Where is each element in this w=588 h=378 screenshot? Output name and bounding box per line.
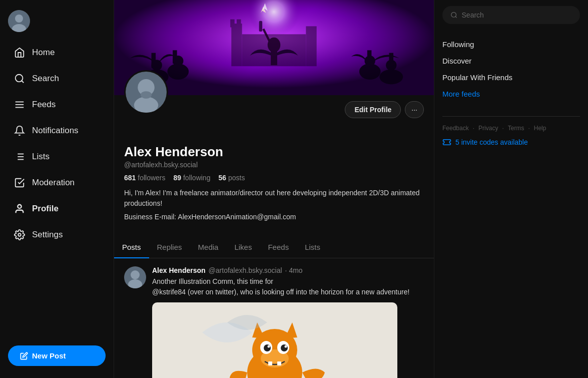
profile-email: Business E-mail: AlexHendersonAnimation@… <box>124 213 424 221</box>
profile-header: Edit Profile ··· Alex Henderson @artofal… <box>114 95 434 229</box>
svg-point-61 <box>285 345 287 348</box>
profile-actions: Edit Profile ··· <box>124 95 424 118</box>
svg-point-3 <box>16 75 23 82</box>
svg-point-14 <box>18 205 21 208</box>
tab-lists[interactable]: Lists <box>297 237 328 258</box>
sidebar-item-settings[interactable]: Settings <box>4 223 110 246</box>
svg-point-59 <box>281 344 288 351</box>
post-avatar <box>124 266 146 288</box>
svg-point-47 <box>131 270 140 279</box>
following-stat[interactable]: 89 following <box>174 174 211 182</box>
svg-rect-22 <box>259 21 262 32</box>
sidebar-item-label: Moderation <box>32 178 75 188</box>
tab-media[interactable]: Media <box>190 237 227 258</box>
ticket-icon <box>442 138 451 147</box>
profile-handle: @artofalexh.bsky.social <box>124 161 424 169</box>
sidebar-item-search[interactable]: Search <box>4 67 110 90</box>
followers-count: 681 <box>124 174 136 182</box>
profile-icon <box>14 203 25 214</box>
settings-icon <box>14 229 25 240</box>
search-box[interactable] <box>442 6 580 24</box>
svg-rect-40 <box>230 20 235 28</box>
sidebar-item-label: Lists <box>32 152 50 162</box>
search-input[interactable] <box>462 11 572 19</box>
sidebar-item-label: Feeds <box>32 100 56 110</box>
svg-rect-55 <box>277 361 281 365</box>
profile-name: Alex Henderson <box>124 144 424 160</box>
sidebar-item-label: Settings <box>32 230 63 240</box>
sidebar: Home Search Feeds <box>0 0 114 378</box>
feed-link-popular-with-friends[interactable]: Popular With Friends <box>442 69 580 86</box>
post-content: Alex Henderson @artofalexh.bsky.social ·… <box>152 266 424 378</box>
feed-link-more-feeds[interactable]: More feeds <box>442 86 580 102</box>
bell-icon <box>14 125 25 136</box>
svg-point-45 <box>141 91 152 99</box>
svg-point-60 <box>268 345 270 348</box>
following-label: following <box>183 174 210 182</box>
feed-link-discover[interactable]: Discover <box>442 53 580 69</box>
svg-line-4 <box>22 81 24 83</box>
footer-link-terms[interactable]: Terms <box>508 125 524 132</box>
moderation-icon <box>14 177 25 188</box>
sidebar-item-label: Home <box>32 48 55 58</box>
svg-rect-27 <box>173 50 177 64</box>
footer-link-feedback[interactable]: Feedback <box>442 125 469 132</box>
profile-avatar-wrapper <box>124 70 168 114</box>
sidebar-item-home[interactable]: Home <box>4 41 110 64</box>
main-content: Edit Profile ··· Alex Henderson @artofal… <box>114 0 434 378</box>
post-author-row: Alex Henderson @artofalexh.bsky.social ·… <box>152 266 424 274</box>
sidebar-item-label: Notifications <box>32 126 79 136</box>
svg-rect-54 <box>268 361 272 365</box>
svg-line-69 <box>455 17 457 18</box>
feed-link-following[interactable]: Following <box>442 36 580 53</box>
tab-posts[interactable]: Posts <box>114 237 149 258</box>
feeds-icon <box>14 99 25 110</box>
divider <box>442 116 580 117</box>
list-icon <box>14 151 25 162</box>
svg-rect-37 <box>231 24 242 66</box>
post-item: Alex Henderson @artofalexh.bsky.social ·… <box>114 258 434 378</box>
more-options-button[interactable]: ··· <box>405 101 424 118</box>
invite-codes-banner[interactable]: 5 invite codes available <box>442 138 580 147</box>
posts-stat: 56 posts <box>218 174 245 182</box>
avatar[interactable] <box>8 10 30 32</box>
profile-bio: Hi, I'm Alex! I'm a freelance animator/d… <box>124 188 424 209</box>
right-panel: Following Discover Popular With Friends … <box>434 0 588 378</box>
search-icon <box>450 11 458 19</box>
posts-label: posts <box>228 174 245 182</box>
sidebar-item-notifications[interactable]: Notifications <box>4 119 110 142</box>
post-author-name[interactable]: Alex Henderson <box>152 266 206 274</box>
following-count: 89 <box>174 174 182 182</box>
new-post-button[interactable]: New Post <box>8 345 106 366</box>
posts-count: 56 <box>218 174 226 182</box>
footer-link-privacy[interactable]: Privacy <box>478 125 498 132</box>
svg-point-68 <box>451 13 456 18</box>
sidebar-item-lists[interactable]: Lists <box>4 145 110 168</box>
posts-feed: Alex Henderson @artofalexh.bsky.social ·… <box>114 258 434 378</box>
followers-stat[interactable]: 681 followers <box>124 174 166 182</box>
sidebar-item-moderation[interactable]: Moderation <box>4 171 110 194</box>
svg-point-15 <box>18 233 21 236</box>
svg-point-1 <box>15 15 23 23</box>
tab-likes[interactable]: Likes <box>226 237 260 258</box>
footer-link-help[interactable]: Help <box>534 125 546 132</box>
svg-rect-39 <box>242 34 306 66</box>
compose-icon <box>20 352 28 360</box>
sidebar-item-feeds[interactable]: Feeds <box>4 93 110 116</box>
svg-rect-33 <box>367 50 372 64</box>
search-icon <box>14 73 25 84</box>
home-icon <box>14 47 25 58</box>
svg-rect-38 <box>306 26 316 66</box>
followers-label: followers <box>138 174 165 182</box>
post-image[interactable] <box>152 302 397 378</box>
tab-feeds[interactable]: Feeds <box>260 237 297 258</box>
new-post-label: New Post <box>32 351 66 360</box>
post-author-handle[interactable]: @artofalexh.bsky.social <box>209 266 282 274</box>
feed-links-section: Following Discover Popular With Friends … <box>442 36 580 102</box>
profile-avatar <box>124 70 168 114</box>
edit-profile-button[interactable]: Edit Profile <box>345 101 401 118</box>
sidebar-item-profile[interactable]: Profile <box>4 197 110 220</box>
post-time: · 4mo <box>285 266 303 274</box>
footer-links: Feedback · Privacy · Terms · Help <box>442 125 580 132</box>
tab-replies[interactable]: Replies <box>149 237 190 258</box>
